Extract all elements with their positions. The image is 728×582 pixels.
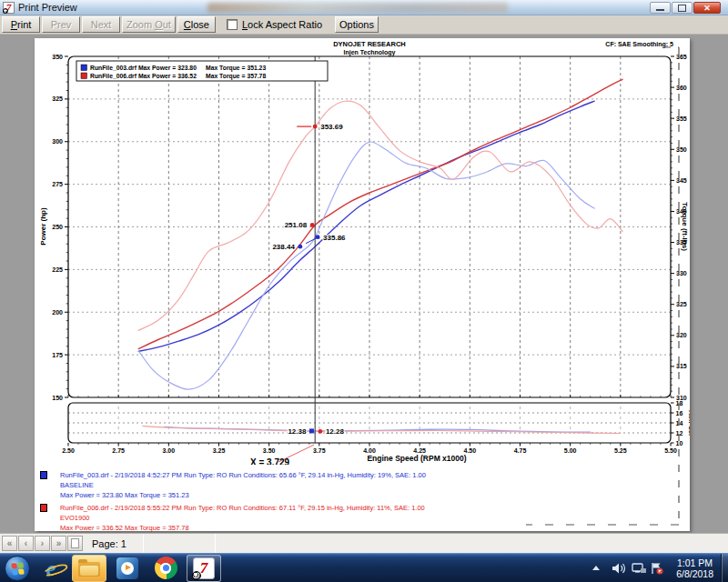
- lock-aspect-ratio-checkbox[interactable]: [227, 19, 238, 30]
- power-tick-label: 200: [52, 309, 63, 316]
- action-center-flag-icon[interactable]: [652, 563, 663, 575]
- start-button[interactable]: [5, 556, 30, 581]
- x-tick-label: 3.75: [313, 447, 326, 454]
- x-axis-title: Engine Speed (RPM x1000): [367, 454, 466, 463]
- annotation-marker: [309, 428, 314, 433]
- x-tick-label: 4.50: [464, 447, 477, 454]
- power-tick-label: 300: [52, 138, 63, 145]
- torque-tick-label: 350: [676, 146, 687, 153]
- windows-taskbar: e 7: [0, 553, 728, 582]
- af-tick-label: 16: [676, 410, 683, 416]
- annotation-label: 238.44: [272, 243, 295, 251]
- run-info-line: Max Power = 323.80 Max Torque = 351.23: [60, 490, 684, 500]
- title-bar[interactable]: 7 Print Preview ✕: [0, 0, 728, 15]
- statusbar-divider: [215, 534, 216, 553]
- x-tick-label: 3.50: [263, 447, 276, 454]
- prev-page-nav-button[interactable]: ‹: [18, 536, 34, 551]
- power-tick-label: 175: [52, 352, 63, 358]
- run-info-line: EVO1900: [60, 513, 684, 523]
- close-preview-button[interactable]: Close: [177, 16, 216, 33]
- network-icon[interactable]: [632, 564, 646, 573]
- curve-runfile-006-torque: [138, 101, 622, 330]
- x-tick-label: 4.25: [413, 447, 426, 454]
- winpep-app-icon: 7: [3, 2, 15, 14]
- power-tick-label: 250: [52, 224, 63, 230]
- legend-entry: Max Torque = 351.23: [206, 65, 266, 72]
- soccer-ball-icon: [3, 8, 8, 14]
- options-button[interactable]: Options: [335, 16, 379, 33]
- prev-page-button[interactable]: Prev: [42, 16, 80, 33]
- preview-area: 3503253002752502252001751503653603553503…: [0, 35, 728, 533]
- redacted-title-text: [207, 3, 508, 13]
- value-annotations: 353.69251.08335.86238.4412.3812.28: [272, 123, 346, 436]
- close-window-button[interactable]: ✕: [693, 2, 721, 14]
- preview-status-bar: « ‹ › » Page: 1: [0, 533, 728, 553]
- torque-tick-label: 355: [676, 115, 687, 122]
- volume-icon[interactable]: [612, 563, 625, 573]
- legend-swatch: [81, 73, 87, 79]
- media-player-icon: [116, 557, 138, 579]
- x-tick-label: 2.50: [62, 447, 75, 454]
- power-tick-label: 325: [52, 95, 63, 102]
- run-info-entry: RunFile_003.drf - 2/19/2018 4:52:27 PM R…: [40, 470, 684, 500]
- chart-title: DYNOJET RESEARCH: [333, 40, 406, 48]
- x-tick-label: 4.00: [363, 447, 376, 454]
- maximize-button[interactable]: [672, 2, 693, 14]
- clock-date: 6/8/2018: [676, 568, 713, 579]
- taskbar-windows-explorer[interactable]: [72, 555, 106, 582]
- power-tick-label: 150: [52, 395, 63, 401]
- taskbar-chrome[interactable]: [148, 555, 183, 582]
- torque-tick-label: 330: [676, 270, 687, 276]
- window-title: Print Preview: [18, 2, 77, 13]
- last-page-button[interactable]: »: [51, 536, 66, 551]
- chrome-icon: [155, 557, 177, 579]
- curve-runfile-006-air-fuel: [143, 426, 621, 434]
- taskbar-clock[interactable]: 1:01 PM 6/8/2018: [676, 557, 713, 579]
- run-info-line: Max Power = 336.52 Max Torque = 357.78: [60, 523, 684, 533]
- run-info-entry: RunFile_006.drf - 2/19/2018 5:55:22 PM R…: [40, 503, 684, 533]
- next-page-nav-button[interactable]: ›: [35, 536, 50, 551]
- lock-aspect-ratio-label: Lock Aspect Ratio: [242, 19, 322, 30]
- taskbar-media-player[interactable]: [110, 555, 145, 582]
- tray-expand-icon[interactable]: [592, 566, 600, 570]
- torque-tick-label: 320: [676, 332, 687, 338]
- page-layout-button[interactable]: [67, 536, 83, 551]
- taskbar-winpep[interactable]: 7: [187, 555, 221, 582]
- page-icon: [71, 538, 79, 548]
- torque-tick-label: 365: [676, 54, 687, 60]
- chart-titles: DYNOJET RESEARCHInjen TechnologyCF: SAE …: [39, 40, 690, 463]
- run-info-line: RunFile_003.drf - 2/19/2018 4:52:27 PM R…: [60, 470, 684, 480]
- print-button[interactable]: Print: [2, 16, 40, 33]
- folder-icon: [78, 562, 100, 577]
- af-axis-title: Air/Fuel: [687, 410, 690, 436]
- x-tick-label: 4.75: [514, 447, 527, 454]
- first-page-button[interactable]: «: [2, 536, 17, 551]
- curve-runfile-003-torque: [138, 142, 594, 389]
- legend-entry: RunFile_006.drf Max Power = 336.52: [90, 73, 197, 79]
- zoom-out-button[interactable]: Zoom Out: [122, 16, 176, 33]
- next-page-button[interactable]: Next: [82, 16, 120, 33]
- cursor-x-note: X = 3.729: [250, 457, 316, 465]
- curve-runfile-003-power: [138, 101, 594, 351]
- minimize-button[interactable]: [650, 2, 671, 14]
- show-desktop-button[interactable]: [721, 554, 728, 582]
- annotation-marker: [318, 429, 323, 434]
- annotation-label: 251.08: [285, 221, 308, 229]
- x-tick-label: 2.75: [112, 447, 125, 454]
- windows-flag-icon: [11, 562, 24, 575]
- statusbar-divider: [143, 534, 144, 553]
- run-info-block: RunFile_003.drf - 2/19/2018 4:52:27 PM R…: [40, 470, 684, 533]
- torque-tick-label: 315: [676, 363, 687, 369]
- torque-tick-label: 360: [676, 85, 687, 91]
- tray-icons: [587, 558, 667, 578]
- run-info-line: RunFile_006.drf - 2/19/2018 5:55:22 PM R…: [60, 503, 684, 513]
- annotation-marker: [313, 125, 318, 129]
- x-tick-label: 3.25: [213, 447, 226, 454]
- annotation-marker: [298, 245, 302, 249]
- taskbar-internet-explorer[interactable]: e: [34, 555, 68, 582]
- clock-time: 1:01 PM: [676, 557, 713, 568]
- torque-tick-label: 345: [676, 177, 687, 184]
- run-info-swatch: [40, 504, 47, 512]
- minimize-icon: [656, 8, 664, 11]
- annotation-label: 12.28: [326, 427, 345, 436]
